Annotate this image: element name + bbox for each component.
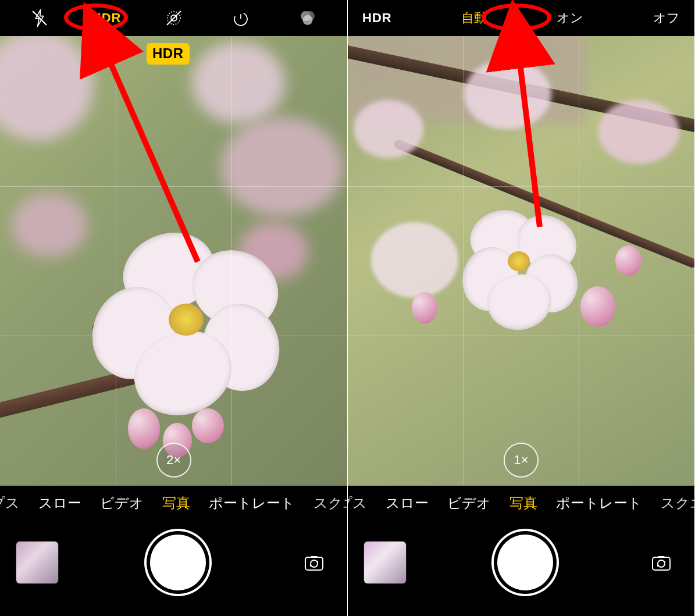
- svg-point-8: [303, 15, 313, 25]
- petal-cluster: [598, 100, 679, 164]
- mode-video[interactable]: ビデオ: [100, 494, 144, 512]
- zoom-button[interactable]: 2×: [156, 443, 191, 478]
- bud: [412, 292, 437, 323]
- mode-prev-cut[interactable]: プス: [347, 494, 367, 512]
- shutter-button[interactable]: [150, 535, 206, 590]
- bokeh: [221, 117, 343, 216]
- camera-switch-button[interactable]: [297, 546, 331, 579]
- shutter-row: [0, 521, 347, 616]
- hdr-option-on[interactable]: オン: [557, 9, 583, 27]
- camera-switch-icon: [650, 551, 673, 574]
- last-photo-thumbnail[interactable]: [16, 542, 58, 583]
- annotation-ellipse: [64, 3, 128, 31]
- grid-line: [348, 336, 694, 336]
- mode-photo[interactable]: 写真: [509, 494, 537, 512]
- last-photo-thumbnail[interactable]: [364, 542, 406, 583]
- grid-line: [0, 336, 347, 336]
- filters-icon: [298, 8, 318, 28]
- grid-line: [464, 36, 464, 486]
- petal-cluster: [354, 100, 423, 158]
- camera-screen-left: HDR: [0, 0, 347, 616]
- timer-button[interactable]: [207, 8, 274, 28]
- camera-screen-right: HDR 自動 オン オフ 1×: [347, 0, 694, 616]
- petal-cluster: [371, 222, 458, 298]
- hdr-title: HDR: [362, 10, 392, 26]
- bottom-controls: プス スロー ビデオ 写真 ポートレート スクエ: [0, 486, 347, 616]
- zoom-button[interactable]: 1×: [504, 443, 539, 478]
- mode-next-cut[interactable]: スクエ: [313, 494, 348, 512]
- annotation-arrow: [87, 29, 215, 276]
- mode-selector[interactable]: プス スロー ビデオ 写真 ポートレート スクエ: [348, 486, 694, 521]
- svg-line-11: [516, 34, 540, 227]
- hdr-option-off[interactable]: オフ: [653, 9, 680, 27]
- bottom-controls: プス スロー ビデオ 写真 ポートレート スクエ: [348, 486, 694, 616]
- mode-portrait[interactable]: ポートレート: [209, 494, 295, 512]
- mode-next-cut[interactable]: スクエ: [661, 494, 694, 512]
- bud: [192, 408, 224, 443]
- camera-switch-button[interactable]: [644, 546, 678, 579]
- svg-rect-10: [305, 557, 323, 570]
- mode-slow[interactable]: スロー: [386, 494, 429, 512]
- shutter-button[interactable]: [497, 535, 553, 590]
- bud: [128, 408, 160, 449]
- bud: [580, 286, 615, 327]
- mode-video[interactable]: ビデオ: [447, 494, 491, 512]
- live-photo-button[interactable]: [140, 8, 207, 28]
- bud: [615, 245, 641, 276]
- mode-slow[interactable]: スロー: [38, 494, 81, 512]
- flower-center: [169, 304, 204, 336]
- mode-selector[interactable]: プス スロー ビデオ 写真 ポートレート スクエ: [0, 486, 347, 521]
- filters-button[interactable]: [275, 8, 341, 28]
- annotation-ellipse: [482, 3, 551, 31]
- bokeh: [12, 193, 87, 257]
- mode-portrait[interactable]: ポートレート: [556, 494, 642, 512]
- flash-button[interactable]: [6, 8, 73, 28]
- mode-photo[interactable]: 写真: [162, 494, 190, 512]
- flash-off-icon: [30, 8, 49, 28]
- mode-prev-cut[interactable]: プス: [0, 494, 20, 512]
- shutter-row: [348, 521, 694, 616]
- annotation-arrow: [499, 29, 604, 241]
- live-photo-off-icon: [164, 8, 184, 28]
- camera-switch-icon: [302, 551, 326, 574]
- svg-rect-12: [653, 557, 670, 570]
- grid-line: [231, 36, 232, 486]
- flower-center: [508, 251, 530, 271]
- timer-icon: [231, 8, 251, 28]
- svg-line-9: [98, 34, 198, 262]
